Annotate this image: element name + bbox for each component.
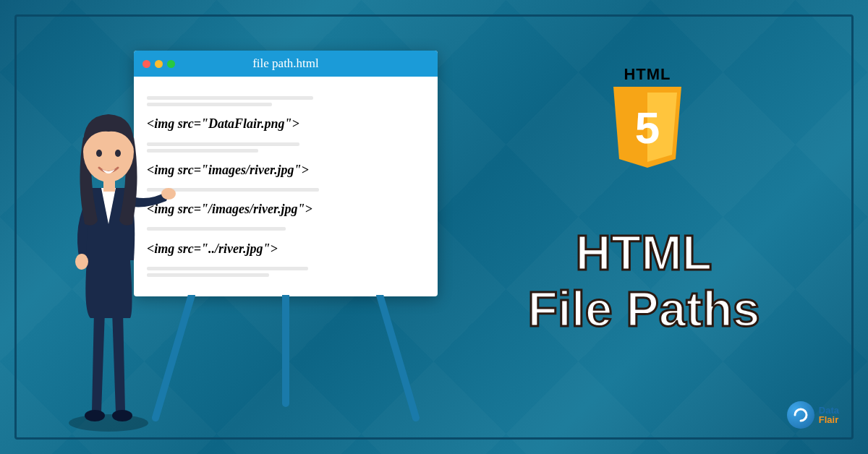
presentation-easel: file path.html <img src="DataFlair.png">… <box>134 51 481 427</box>
brand-name-2: Flair <box>819 414 838 425</box>
brand-logo: Data Flair <box>787 401 839 429</box>
code-line-1: <img src="DataFlair.png"> <box>147 116 425 132</box>
code-window: file path.html <img src="DataFlair.png">… <box>134 51 438 296</box>
title-line-1: HTML <box>477 224 810 280</box>
svg-point-4 <box>85 410 105 421</box>
code-body: <img src="DataFlair.png"> <img src="imag… <box>134 77 438 296</box>
svg-text:5: 5 <box>635 103 660 153</box>
svg-point-7 <box>161 188 176 200</box>
code-line-3: <img src="/images/river.jpg"> <box>147 202 425 217</box>
presenter-illustration <box>40 94 177 434</box>
svg-point-3 <box>69 414 148 432</box>
main-title: HTML File Paths <box>477 224 810 337</box>
svg-point-6 <box>75 254 88 270</box>
svg-point-10 <box>96 150 102 157</box>
window-title: file path.html <box>134 56 438 71</box>
html5-badge: HTML 5 <box>600 65 694 176</box>
svg-point-5 <box>112 410 132 421</box>
svg-line-1 <box>380 295 416 418</box>
html5-label: HTML <box>600 65 694 84</box>
code-line-4: <img src="../river.jpg"> <box>147 241 425 257</box>
title-line-2: File Paths <box>477 280 810 337</box>
brand-logo-icon <box>787 401 814 429</box>
window-titlebar: file path.html <box>134 51 438 77</box>
html5-shield-icon: 5 <box>608 87 687 174</box>
svg-point-11 <box>115 150 121 157</box>
easel-legs-icon <box>134 295 438 425</box>
code-line-2: <img src="images/river.jpg"> <box>147 163 425 178</box>
